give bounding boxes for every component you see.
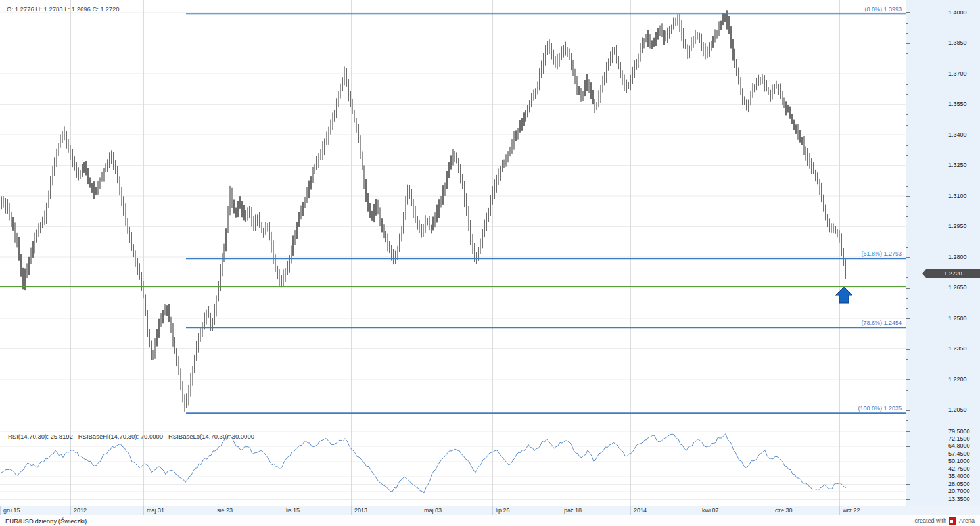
- price-minor-tick: [906, 53, 908, 54]
- price-chart-canvas: (0.0%) 1.3993(61.8%) 1.2793(78.6%) 1.245…: [0, 0, 906, 427]
- price-minor-tick: [906, 329, 908, 329]
- credit-line: created with Arena: [914, 517, 975, 525]
- price-tick: [906, 105, 910, 105]
- fibonacci-retracement[interactable]: (0.0%) 1.3993(61.8%) 1.2793(78.6%) 1.245…: [186, 6, 906, 413]
- price-minor-tick: [906, 23, 908, 24]
- date-label: lis 15: [286, 507, 300, 514]
- price-tick-label: 1.2500: [948, 315, 967, 322]
- price-tick: [906, 166, 910, 166]
- date-cell[interactable]: sie 23: [214, 506, 283, 515]
- rsi-pane[interactable]: RSI(14,70,30): 25.8192 RSIBaseHi(14,70,3…: [0, 427, 906, 506]
- fib-label: (0.0%) 1.3993: [864, 6, 902, 12]
- instrument-label: EUR/USD dzienny (Świeczki): [5, 517, 87, 525]
- date-cell[interactable]: kwi 07: [699, 506, 772, 515]
- fib-label: (78.6%) 1.2454: [861, 320, 902, 326]
- date-label: maj 31: [147, 507, 164, 514]
- rsi-tick-label: 57.4500: [948, 450, 970, 457]
- up-arrow-marker[interactable]: [835, 287, 852, 303]
- price-tick-label: 1.3400: [948, 132, 967, 138]
- rsi-tick: [906, 462, 910, 462]
- price-tick-label: 1.3550: [948, 101, 967, 107]
- price-minor-tick: [906, 145, 908, 146]
- rsi-params-readout: RSI(14,70,30): 25.8192 RSIBaseHi(14,70,3…: [8, 433, 254, 440]
- date-label: paź 18: [564, 507, 582, 514]
- date-label: maj 03: [424, 507, 442, 514]
- date-label: 2014: [634, 507, 647, 514]
- price-minor-tick: [906, 216, 908, 217]
- credit-text: created with: [914, 517, 946, 524]
- price-minor-tick: [906, 339, 908, 339]
- price-minor-tick: [906, 359, 908, 360]
- price-minor-tick: [906, 308, 908, 309]
- date-cell[interactable]: [906, 506, 980, 515]
- ohlc-readout: O: 1.2776 H: 1.2783 L: 1.2696 C: 1.2720: [7, 5, 120, 12]
- date-label: wrz 22: [843, 507, 860, 514]
- rsi-tick: [906, 431, 910, 432]
- last-price-value: 1.2720: [944, 270, 962, 277]
- price-tick-label: 1.3850: [948, 39, 967, 46]
- price-tick: [906, 349, 910, 350]
- rsi-tick: [906, 492, 910, 492]
- price-minor-tick: [906, 206, 908, 207]
- price-tick-label: 1.2200: [948, 376, 967, 383]
- price-tick-label: 1.2050: [948, 406, 967, 413]
- price-tick: [906, 288, 910, 289]
- date-cell[interactable]: wrz 22: [839, 506, 906, 515]
- rsi-tick: [906, 484, 910, 485]
- date-axis[interactable]: gru 152012maj 31sie 23lis 152013maj 03li…: [0, 506, 980, 515]
- candles: [1, 10, 846, 412]
- price-tick-label: 1.2950: [948, 223, 967, 229]
- rsi-tick-label: 79.5000: [948, 428, 970, 435]
- rsi-tick-label: 64.8000: [948, 442, 970, 449]
- price-minor-tick: [906, 370, 908, 370]
- date-cell[interactable]: lis 15: [283, 506, 351, 515]
- price-tick-label: 1.2350: [948, 345, 967, 352]
- rsi-tick-label: 28.0500: [948, 481, 970, 487]
- date-cell[interactable]: 2012: [70, 506, 143, 515]
- date-cell[interactable]: maj 03: [421, 506, 492, 515]
- price-tick: [906, 318, 910, 319]
- date-label: 2012: [74, 507, 87, 514]
- date-cell[interactable]: paź 18: [561, 506, 630, 515]
- price-minor-tick: [906, 390, 908, 391]
- price-minor-tick: [906, 155, 908, 156]
- price-minor-tick: [906, 277, 908, 278]
- price-minor-tick: [906, 176, 908, 176]
- price-tick-label: 1.2650: [948, 284, 967, 291]
- rsi-tick-label: 50.1000: [948, 458, 970, 464]
- fib-label: (100.0%) 1.2035: [858, 405, 902, 412]
- arena-logo-icon: [949, 517, 956, 525]
- rsi-tick: [906, 454, 910, 454]
- price-minor-tick: [906, 237, 908, 237]
- last-price-badge: 1.2720: [926, 269, 980, 278]
- date-cell[interactable]: 2013: [351, 506, 421, 515]
- price-tick-label: 1.3250: [948, 162, 967, 168]
- price-tick-label: 1.4000: [948, 9, 967, 16]
- rsi-tick: [906, 499, 910, 500]
- rsi-tick: [906, 469, 910, 469]
- date-cell[interactable]: maj 31: [143, 506, 214, 515]
- price-axis[interactable]: 1.2720 1.40001.38501.37001.35501.34001.3…: [906, 0, 980, 506]
- date-cell[interactable]: lip 26: [492, 506, 561, 515]
- date-cell[interactable]: 2014: [630, 506, 699, 515]
- status-bar: EUR/USD dzienny (Świeczki) created with …: [0, 515, 980, 526]
- price-tick: [906, 379, 910, 380]
- date-cell[interactable]: cze 30: [772, 506, 839, 515]
- date-label: 2013: [354, 507, 367, 514]
- price-tick: [906, 227, 910, 227]
- rsi-tick-label: 13.3500: [948, 496, 970, 502]
- rsi-tick-label: 20.7000: [948, 488, 970, 494]
- price-tick: [906, 257, 910, 258]
- date-label: lip 26: [496, 507, 510, 514]
- price-minor-tick: [906, 94, 908, 95]
- rsi-tick-label: 35.4000: [948, 473, 970, 479]
- fib-label: (61.8%) 1.2793: [861, 251, 902, 257]
- price-tick: [906, 74, 910, 74]
- pane-separator[interactable]: [0, 427, 980, 427]
- date-cell[interactable]: gru 15: [0, 506, 70, 515]
- rsi-tick-label: 72.1500: [948, 435, 970, 442]
- date-label: sie 23: [217, 507, 233, 514]
- date-label: gru 15: [3, 507, 20, 514]
- price-pane[interactable]: (0.0%) 1.3993(61.8%) 1.2793(78.6%) 1.245…: [0, 0, 906, 427]
- date-label: kwi 07: [702, 507, 719, 514]
